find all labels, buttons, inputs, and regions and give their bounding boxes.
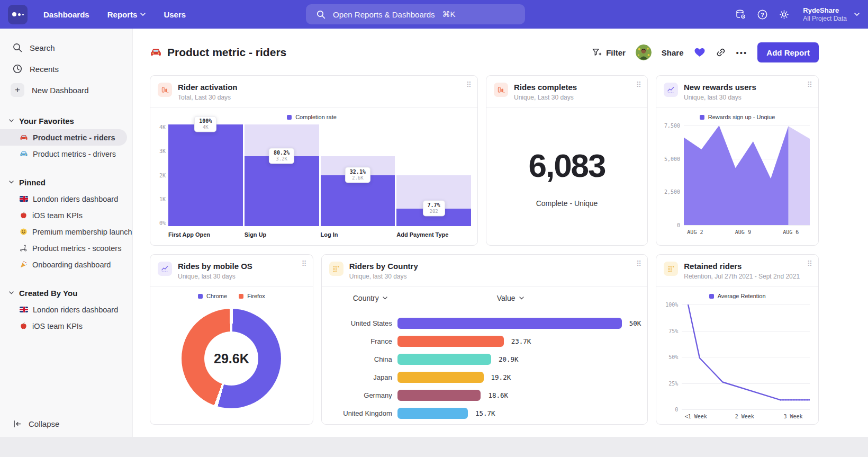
share-button[interactable]: Share (662, 48, 684, 57)
card-rider-activation: Rider activation Total, Last 30 days ⠿ C… (150, 75, 478, 246)
chart-legend[interactable]: Chrome Firefox (150, 290, 313, 302)
funnel-step[interactable]: 7.7%202 (396, 124, 471, 226)
help-icon[interactable]: ? (756, 8, 768, 20)
chevron-down-icon (9, 119, 14, 122)
funnel-step-tooltip: 7.7%202 (423, 201, 445, 217)
legend-label: Chrome (206, 293, 227, 299)
drag-handle-icon[interactable]: ⠿ (301, 260, 306, 267)
bar-track: 23.7K (397, 336, 622, 347)
card-header: Rides completes Unique, Last 30 days ⠿ (486, 76, 647, 107)
tooltip-count: 3.2K (274, 156, 290, 162)
drag-handle-icon[interactable]: ⠿ (636, 260, 641, 267)
sidebar-item-product-metric-riders[interactable]: Product metric - riders (0, 129, 127, 146)
table-column-headers: Country Value (322, 291, 648, 309)
collapse-sidebar-button[interactable]: Collapse (13, 419, 59, 428)
country-label: United Kingdom (330, 409, 397, 417)
sidebar-item-label: New Dashboard (32, 86, 89, 95)
nav-reports[interactable]: Reports (107, 10, 146, 19)
sidebar-item-product-metrics-scooters[interactable]: Product metrics - scooters (0, 240, 132, 256)
global-search-input[interactable]: Open Reports & Dashboards ⌘K (306, 4, 525, 24)
column-header-label: Country (353, 294, 379, 302)
add-report-button[interactable]: Add Report (757, 42, 819, 62)
country-bar[interactable] (397, 336, 504, 347)
country-bar[interactable] (397, 354, 491, 365)
plot-area (682, 304, 810, 409)
funnel-step-bar[interactable] (168, 124, 243, 226)
page-title-text: Product metric - riders (167, 46, 286, 59)
value-column-dropdown[interactable]: Value (497, 294, 524, 302)
plus-icon: + (11, 83, 24, 97)
funnel-step[interactable]: 80.2%3.2K (245, 124, 319, 226)
workspace-switcher[interactable]: RydeShare All Project Data (803, 6, 860, 23)
chart-legend[interactable]: Average Retention (656, 290, 818, 302)
country-bar[interactable] (397, 408, 468, 419)
sidebar-item-london-riders-dashboard[interactable]: London riders dashboard (0, 191, 132, 207)
funnel-step[interactable]: 32.1%2.6K (321, 124, 395, 226)
favorite-button[interactable] (694, 47, 706, 58)
funnel-step[interactable]: 100%4K (168, 124, 243, 226)
collapse-icon (13, 419, 22, 428)
sidebar-item-search[interactable]: Search (0, 37, 132, 58)
funnel-step-bar[interactable] (245, 156, 319, 226)
page-title: Product metric - riders (150, 46, 286, 59)
copy-link-button[interactable] (716, 47, 726, 58)
country-bar[interactable] (397, 390, 481, 401)
nav-users[interactable]: Users (164, 10, 186, 19)
sidebar-item-ios-team-kpis-2[interactable]: iOS team KPIs (0, 318, 132, 334)
uk-flag-icon (20, 196, 28, 202)
card-subtitle: Retention, Jul 27th 2021 - Sept 2nd 2021 (684, 273, 800, 280)
sidebar-item-premium-membership-launch[interactable]: Premium membership launch (0, 223, 132, 240)
data-management-icon[interactable] (735, 8, 746, 20)
country-row[interactable]: United States50K (330, 314, 648, 332)
funnel-category-label: Log In (321, 231, 395, 238)
nav-dashboards-label: Dashboards (43, 10, 89, 19)
area-chart: 7,5005,0002,5000 (656, 123, 818, 225)
sidebar-item-onboarding-dashboard[interactable]: Onboarding dashboard (0, 256, 132, 273)
drag-handle-icon[interactable]: ⠿ (807, 81, 812, 88)
y-tick-label: 2,500 (664, 189, 680, 195)
sidebar: Search Recents + New Dashboard Your Favo… (0, 29, 133, 437)
sidebar-item-new-dashboard[interactable]: + New Dashboard (0, 79, 132, 101)
x-tick-label: <1 Week (685, 414, 707, 419)
country-row[interactable]: Germany18.6K (330, 386, 648, 404)
section-pinned[interactable]: Pinned (0, 174, 132, 191)
country-label: France (330, 337, 397, 345)
donut-ring[interactable]: 29.6K (182, 309, 281, 408)
country-column-dropdown[interactable]: Country (353, 294, 387, 302)
workspace-project: All Project Data (803, 15, 847, 23)
country-bar[interactable] (397, 372, 484, 383)
chart-legend[interactable]: Rewards sign up - Unqiue (656, 111, 818, 123)
country-row[interactable]: Japan19.2K (330, 368, 648, 386)
y-tick-label: 0 (675, 407, 678, 413)
search-icon (13, 43, 22, 52)
drag-handle-icon[interactable]: ⠿ (636, 81, 641, 88)
legend-swatch (239, 294, 243, 299)
card-retained-riders: Retained riders Retention, Jul 27th 2021… (656, 254, 819, 425)
section-your-favorites[interactable]: Your Favorites (0, 112, 132, 129)
drag-handle-icon[interactable]: ⠿ (807, 260, 812, 267)
tooltip-count: 2.6K (350, 175, 366, 181)
country-row[interactable]: China20.9K (330, 350, 648, 368)
section-created-by-you[interactable]: Created By You (0, 284, 132, 301)
sidebar-item-recents[interactable]: Recents (0, 58, 132, 79)
nav-dashboards[interactable]: Dashboards (43, 10, 89, 19)
tooltip-percent: 80.2% (274, 150, 290, 156)
drag-handle-icon[interactable]: ⠿ (466, 81, 472, 88)
sidebar-item-label: Product metric - riders (33, 133, 115, 142)
filter-button[interactable]: Filter (592, 48, 626, 57)
country-row[interactable]: United Kingdom15.7K (330, 404, 648, 422)
country-row[interactable]: France23.7K (330, 332, 648, 350)
retention-line[interactable] (682, 304, 810, 409)
settings-gear-icon[interactable] (778, 8, 790, 20)
sidebar-item-ios-team-kpis[interactable]: iOS team KPIs (0, 207, 132, 223)
country-bar[interactable] (397, 318, 622, 329)
app-logo[interactable] (8, 5, 28, 24)
sidebar-item-product-metrics-drivers[interactable]: Product metrics - drivers (0, 146, 132, 162)
avatar[interactable] (636, 44, 652, 60)
sidebar-item-london-riders-dashboard-2[interactable]: London riders dashboard (0, 301, 132, 318)
area-series[interactable] (684, 126, 810, 225)
funnel-chart: Completion rate 4K3K2K1K0% 100%4K80.2%3.… (150, 111, 477, 238)
smiley-icon (20, 228, 28, 236)
legend-swatch (287, 115, 292, 120)
more-options-button[interactable]: ••• (736, 48, 748, 57)
